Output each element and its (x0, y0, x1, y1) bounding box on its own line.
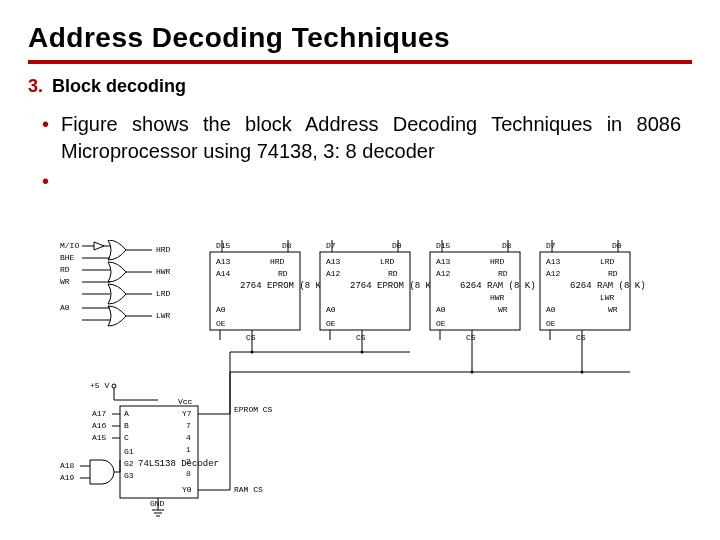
svg-text:D8: D8 (282, 241, 292, 250)
svg-text:G3: G3 (124, 471, 134, 480)
svg-text:D7: D7 (546, 241, 556, 250)
svg-text:WR: WR (498, 305, 508, 314)
svg-text:A: A (124, 409, 129, 418)
svg-text:HRD: HRD (490, 257, 505, 266)
svg-text:OE: OE (546, 319, 556, 328)
svg-text:A15: A15 (92, 433, 107, 442)
signal-label: M/IO (60, 241, 79, 250)
svg-text:A18: A18 (60, 461, 75, 470)
svg-text:WR: WR (608, 305, 618, 314)
svg-text:CS: CS (356, 333, 366, 342)
svg-text:7: 7 (186, 421, 191, 430)
svg-text:RD: RD (278, 269, 288, 278)
svg-text:OE: OE (326, 319, 336, 328)
svg-text:8: 8 (186, 469, 191, 478)
svg-text:A16: A16 (92, 421, 107, 430)
section-name: Block decoding (52, 76, 186, 96)
svg-text:A19: A19 (60, 473, 75, 482)
bullet-icon: • (42, 170, 49, 192)
svg-point-82 (581, 371, 584, 374)
bullet-icon: • (42, 114, 49, 134)
svg-text:Y0: Y0 (182, 485, 192, 494)
svg-text:A0: A0 (436, 305, 446, 314)
svg-text:OE: OE (436, 319, 446, 328)
svg-point-83 (112, 384, 116, 388)
svg-text:A13: A13 (216, 257, 231, 266)
svg-text:Vcc: Vcc (178, 397, 193, 406)
svg-text:CS: CS (576, 333, 586, 342)
svg-text:G2: G2 (124, 459, 134, 468)
signal-label: LRD (156, 289, 171, 298)
page-title: Address Decoding Techniques (28, 22, 692, 64)
and-gate: A18 A19 (60, 460, 120, 484)
svg-text:LWR: LWR (600, 293, 615, 302)
bullet-item: • Figure shows the block Address Decodin… (28, 111, 692, 165)
svg-text:2764 EPROM (8 K): 2764 EPROM (8 K) (240, 281, 326, 291)
svg-text:A13: A13 (546, 257, 561, 266)
svg-text:A12: A12 (326, 269, 341, 278)
svg-text:HRD: HRD (270, 257, 285, 266)
signal-label: A0 (60, 303, 70, 312)
svg-text:A0: A0 (216, 305, 226, 314)
svg-text:D15: D15 (436, 241, 451, 250)
signal-label: BHE (60, 253, 75, 262)
svg-text:C: C (124, 433, 129, 442)
svg-point-80 (361, 351, 364, 354)
svg-text:OE: OE (216, 319, 226, 328)
svg-text:RAM CS: RAM CS (234, 485, 263, 494)
svg-text:D0: D0 (392, 241, 402, 250)
section-heading: 3. Block decoding (28, 76, 692, 97)
svg-text:HWR: HWR (490, 293, 505, 302)
svg-point-81 (471, 371, 474, 374)
svg-text:D7: D7 (326, 241, 336, 250)
signal-label: LWR (156, 311, 171, 320)
svg-text:RD: RD (608, 269, 618, 278)
svg-text:74LS138 Decoder: 74LS138 Decoder (138, 459, 219, 469)
svg-text:1: 1 (186, 445, 191, 454)
svg-text:A13: A13 (436, 257, 451, 266)
svg-text:6264 RAM (8 K): 6264 RAM (8 K) (460, 281, 536, 291)
svg-text:RD: RD (388, 269, 398, 278)
bullet-text: Figure shows the block Address Decoding … (61, 111, 681, 165)
empty-bullet: • (28, 171, 692, 192)
svg-text:2764 EPROM (8 K): 2764 EPROM (8 K) (350, 281, 436, 291)
svg-text:RD: RD (498, 269, 508, 278)
svg-text:A14: A14 (216, 269, 231, 278)
svg-text:A12: A12 (436, 269, 451, 278)
circuit-diagram: M/IO BHE RD WR A0 HRD HWR LRD LWR (60, 240, 680, 520)
power-label: +5 V (90, 381, 109, 390)
svg-point-79 (251, 351, 254, 354)
svg-text:A12: A12 (546, 269, 561, 278)
control-logic: M/IO BHE RD WR A0 HRD HWR LRD LWR (60, 240, 171, 326)
svg-text:A0: A0 (326, 305, 336, 314)
svg-text:G1: G1 (124, 447, 134, 456)
svg-text:EPROM CS: EPROM CS (234, 405, 273, 414)
section-number: 3. (28, 76, 43, 96)
svg-text:LRD: LRD (600, 257, 615, 266)
svg-text:A13: A13 (326, 257, 341, 266)
signal-label: HWR (156, 267, 171, 276)
svg-text:GND: GND (150, 499, 165, 508)
svg-text:B: B (124, 421, 129, 430)
svg-text:6264 RAM (8 K): 6264 RAM (8 K) (570, 281, 646, 291)
signal-label: HRD (156, 245, 171, 254)
svg-text:CS: CS (246, 333, 256, 342)
signal-label: RD (60, 265, 70, 274)
svg-text:LRD: LRD (380, 257, 395, 266)
svg-text:D15: D15 (216, 241, 231, 250)
decoder: A17 A16 A15 A B C G1 G2 G3 Vcc Y7 7 4 1 … (92, 352, 273, 516)
svg-marker-1 (94, 242, 104, 250)
svg-text:A0: A0 (546, 305, 556, 314)
svg-text:4: 4 (186, 433, 191, 442)
signal-label: WR (60, 277, 70, 286)
svg-text:Y7: Y7 (182, 409, 192, 418)
svg-text:D8: D8 (502, 241, 512, 250)
svg-text:A17: A17 (92, 409, 107, 418)
svg-text:CS: CS (466, 333, 476, 342)
svg-text:D0: D0 (612, 241, 622, 250)
